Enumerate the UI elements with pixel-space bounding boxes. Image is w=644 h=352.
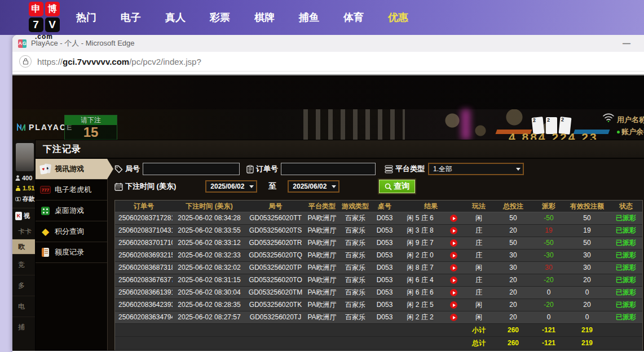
sidebar-item-label: 视讯游戏 bbox=[55, 164, 84, 174]
sidebar-item-label: 电子老虎机 bbox=[55, 185, 91, 195]
round-cell: GD053256020TQ bbox=[246, 249, 305, 261]
round-input[interactable] bbox=[143, 163, 240, 175]
bet-cell: 50 bbox=[493, 237, 533, 249]
user-avatar[interactable] bbox=[16, 143, 34, 171]
order_id-cell: 250602083676377 bbox=[115, 274, 173, 286]
round-cell: GD053256020TK bbox=[246, 299, 305, 311]
dice-icon bbox=[40, 206, 51, 216]
play-video-button[interactable] bbox=[450, 314, 457, 321]
play-video-button[interactable] bbox=[450, 264, 457, 271]
payout-cell: -50 bbox=[533, 237, 564, 249]
col-header: 玩法 bbox=[464, 200, 493, 212]
rail-menu-dianzi[interactable]: 电 bbox=[12, 296, 35, 317]
clipboard-icon bbox=[246, 165, 254, 173]
minimize-button[interactable]: — bbox=[623, 39, 630, 48]
result-cell-video bbox=[443, 274, 464, 286]
bet-cell: 30 bbox=[493, 249, 533, 261]
search-button[interactable]: 查询 bbox=[379, 180, 415, 193]
order-input[interactable] bbox=[281, 163, 376, 175]
date-to-select[interactable]: 2025/06/02 bbox=[288, 180, 339, 193]
col-header: 下注时间 (美东) bbox=[173, 200, 246, 212]
site-nav: 热门电子真人彩票棋牌捕鱼体育优惠 bbox=[76, 11, 408, 24]
sidebar-item-label: 桌面游戏 bbox=[55, 206, 84, 216]
sidebar-item-credit-records[interactable]: 额度记录 bbox=[36, 242, 107, 263]
result-cell: 闲 9 庄 7 bbox=[398, 237, 443, 249]
play-cell: 闲 bbox=[464, 299, 493, 311]
valid-cell: 50 bbox=[564, 237, 610, 249]
time-cell: 2025-06-02 08:31:15 bbox=[173, 274, 246, 286]
sidebar-item-video-games[interactable]: ♠♥ 视讯游戏 bbox=[36, 159, 107, 180]
site-logo[interactable]: 申 博 7 V .com bbox=[26, 2, 62, 41]
order_id-cell: 250602083693215 bbox=[115, 249, 173, 261]
nav-item-2[interactable]: 真人 bbox=[165, 11, 186, 24]
lock-icon[interactable] bbox=[19, 55, 32, 68]
payout-cell: -50 bbox=[533, 212, 564, 224]
search-icon bbox=[385, 183, 392, 190]
play-video-button[interactable] bbox=[450, 289, 457, 296]
bet-prompt: 请下注 bbox=[65, 115, 117, 125]
rail-menu-kaka[interactable]: 卡卡 bbox=[12, 224, 35, 239]
edge-urlbar[interactable]: https://gci.7vvvvvv.com/pc/pcv2/index.js… bbox=[12, 52, 644, 72]
time-cell: 2025-06-02 08:34:28 bbox=[173, 212, 246, 224]
game-cell: 百家乐 bbox=[339, 311, 372, 323]
game-cell: 百家乐 bbox=[339, 287, 372, 298]
play-video-button[interactable] bbox=[450, 277, 457, 284]
result-cell: 闲 2 庄 2 bbox=[398, 311, 443, 323]
platform-cell: PA欧洲厅 bbox=[305, 274, 339, 286]
platform-cell: PA欧洲厅 bbox=[305, 262, 339, 274]
status-cell: 已派彩 bbox=[610, 311, 642, 323]
rail-deposit-button[interactable]: $ 存款 bbox=[12, 195, 35, 203]
order_id-cell: 250602083634794 bbox=[115, 311, 173, 323]
date-from-select[interactable]: 2025/06/02 bbox=[205, 180, 257, 193]
valid-cell: 30 bbox=[564, 249, 610, 261]
platform-label: 平台类型 bbox=[385, 164, 425, 174]
nav-item-0[interactable]: 热门 bbox=[76, 11, 96, 24]
play-video-button[interactable] bbox=[450, 252, 457, 259]
result-cell-video bbox=[443, 299, 464, 311]
chevron-down-icon bbox=[516, 168, 521, 171]
play-cell: 庄 bbox=[464, 237, 493, 249]
payout-cell: -20 bbox=[533, 299, 564, 311]
rail-menu-buyu[interactable]: 捕 bbox=[12, 317, 35, 338]
result-cell: 闲 6 庄 6 bbox=[398, 287, 443, 298]
sidebar-item-slots[interactable]: 777 电子老虎机 bbox=[36, 180, 107, 200]
result-cell-video bbox=[443, 311, 464, 323]
play-video-button[interactable] bbox=[450, 239, 457, 247]
cards-icon: ♠♥ bbox=[40, 164, 51, 175]
url-text[interactable]: https://gci.7vvvvvv.com/pc/pcv2/index.js… bbox=[37, 57, 201, 66]
nav-item-5[interactable]: 捕鱼 bbox=[299, 11, 319, 24]
platform-cell: PA欧洲厅 bbox=[305, 237, 339, 249]
game-cell: 百家乐 bbox=[339, 274, 372, 286]
round-cell: GD053256020TP bbox=[246, 262, 305, 274]
play-video-button[interactable] bbox=[450, 215, 457, 222]
game-cell: 百家乐 bbox=[339, 249, 372, 261]
nav-item-6[interactable]: 体育 bbox=[343, 11, 364, 24]
sidebar-item-table-games[interactable]: 桌面游戏 bbox=[36, 200, 107, 221]
play-video-button[interactable] bbox=[450, 301, 457, 309]
subtotal-row-bet: 260 bbox=[493, 324, 533, 336]
bet-records-table: 订单号下注时间 (美东)局号平台类型游戏类型桌号结果玩法总投注派彩有效投注额状态… bbox=[114, 200, 643, 350]
rail-menu-jing[interactable]: 竞 bbox=[12, 255, 35, 275]
wifi-icon bbox=[602, 113, 615, 124]
result-cell-video bbox=[443, 237, 464, 249]
sidebar-item-points[interactable]: ◆ 积分查询 bbox=[36, 221, 107, 242]
platform-select[interactable]: 1.全部 bbox=[428, 163, 524, 175]
nav-item-4[interactable]: 棋牌 bbox=[254, 11, 275, 24]
round-cell: GD053256020TS bbox=[246, 225, 305, 237]
rail-divider bbox=[12, 208, 35, 208]
order_id-cell: 250602083661391 bbox=[115, 287, 173, 298]
nav-item-3[interactable]: 彩票 bbox=[210, 11, 230, 24]
nav-item-1[interactable]: 电子 bbox=[121, 11, 141, 24]
rail-video-item[interactable]: K 视 bbox=[12, 212, 35, 220]
platform-cell: PA欧洲厅 bbox=[305, 212, 339, 224]
rail-menu-europe[interactable]: 欧 bbox=[12, 239, 35, 255]
rail-menu-duo[interactable]: 多 bbox=[12, 275, 35, 296]
platform-cell: PA欧洲厅 bbox=[305, 287, 339, 298]
nav-item-7[interactable]: 优惠 bbox=[388, 11, 408, 24]
urlbar-divider bbox=[12, 72, 644, 75]
result-cell-video bbox=[443, 212, 464, 224]
play-video-button[interactable] bbox=[450, 227, 457, 234]
table_no-cell: D053 bbox=[372, 212, 398, 224]
table_no-cell: D053 bbox=[372, 237, 398, 249]
subtotal-row-payout: -121 bbox=[533, 324, 564, 336]
